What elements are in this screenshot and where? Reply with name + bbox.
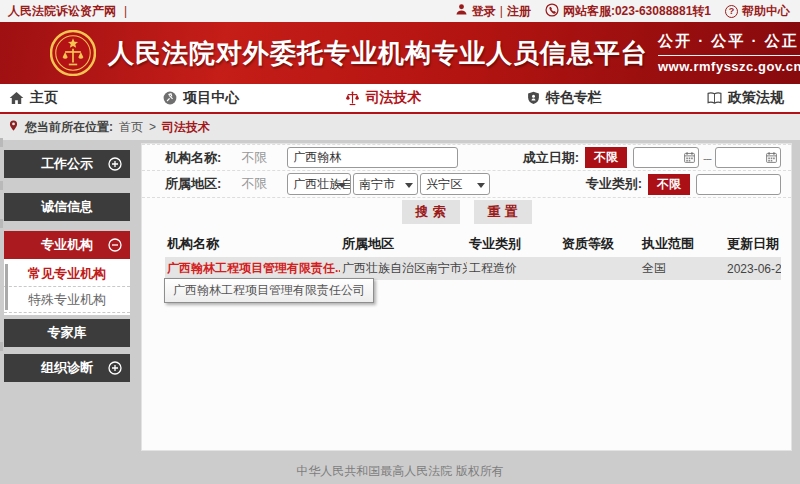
sidebar-tick [0,181,3,190]
top-utility-bar: 人民法院诉讼资产网 | 登录 | 注册 网站客服:023-63088881转1 … [0,0,800,22]
sidebar-tick [0,219,3,228]
form-actions: 搜索 重置 [142,198,791,225]
submenu-scrollbar[interactable] [5,264,8,310]
category-input[interactable] [696,174,781,195]
book-icon [706,90,723,106]
nav-item-judicial-tech[interactable]: 司法技术 [344,89,422,107]
founded-start-date-input[interactable] [633,147,699,168]
search-button[interactable]: 搜索 [402,200,460,224]
hotline-text: 网站客服:023-63088881转1 [563,3,711,20]
main-content: 工作公示 诚信信息 专业机构 常见专业机构 特殊专业机构 专家 [0,140,800,456]
sidebar: 工作公示 诚信信息 专业机构 常见专业机构 特殊专业机构 专家 [0,150,130,382]
asset-site-link[interactable]: 人民法院诉讼资产网 [8,3,116,20]
cell-category: 工程造价 [467,260,560,277]
org-name-tooltip: 广西翰林工程项目管理有限责任公司 [164,278,374,303]
table-header-row: 机构名称 所属地区 专业类别 资质等级 执业范围 更新日期 [165,231,781,257]
footer: 中华人民共和国最高人民法院 版权所有 [0,456,800,484]
shield-icon [526,90,541,106]
login-link[interactable]: 登录 [472,3,496,20]
org-name-label: 机构名称: [165,149,221,167]
cell-region: 广西壮族自治区南宁市兴宁区 [340,260,467,277]
sidebar-item-professional-institutions[interactable]: 专业机构 [4,231,130,259]
founded-date-label: 成立日期: [523,149,579,167]
col-header-region: 所属地区 [340,235,467,253]
date-range-separator: --- [703,152,711,164]
col-header-org-name: 机构名称 [165,235,340,253]
col-header-updated: 更新日期 [725,235,781,253]
founded-unlimited-button[interactable]: 不限 [585,147,627,168]
nav-item-project-center[interactable]: 项目中心 [162,89,239,107]
site-banner: 人民法院对外委托专业机构专业人员信息平台 公开 · 公平 · 公正 www.rm… [0,22,800,84]
home-icon [8,90,25,106]
sidebar-item-integrity-info[interactable]: 诚信信息 [4,193,130,221]
project-center-icon [162,90,178,106]
chevron-down-icon [477,183,485,188]
table-row: 广西翰林工程项目管理有限责任... 广西壮族自治区南宁市兴宁区 工程造价 全国 … [165,257,781,280]
court-emblem-icon [50,30,96,76]
register-link[interactable]: 注册 [507,3,531,20]
chevron-down-icon [338,183,346,188]
sidebar-tick [0,138,3,147]
breadcrumb: 您当前所在位置: 首页 > 司法技术 [0,114,800,140]
founded-end-date-input[interactable] [715,147,781,168]
main-nav: 主页 项目中心 司法技术 特色专栏 政策法规 [0,84,800,114]
sidebar-tick [0,342,3,351]
province-select[interactable]: 广西壮族自治 [287,173,351,195]
category-unlimited-button[interactable]: 不限 [648,174,690,195]
region-unlimited: 不限 [241,175,287,193]
breadcrumb-home-link[interactable]: 首页 [119,119,143,136]
cell-scope: 全国 [640,260,725,277]
category-label: 专业类别: [586,175,642,193]
nav-item-home[interactable]: 主页 [8,89,58,107]
col-header-category: 专业类别 [467,235,560,253]
expand-plus-icon [108,361,122,378]
breadcrumb-separator: > [149,120,156,134]
sidebar-subitem-special-institutions[interactable]: 特殊专业机构 [4,287,130,313]
chevron-down-icon [405,183,413,188]
district-select[interactable]: 兴宁区 [420,173,490,195]
collapse-minus-icon [108,238,122,255]
results-table: 机构名称 所属地区 专业类别 资质等级 执业范围 更新日期 广西翰林工程项目管理… [142,225,791,280]
login-register-separator: | [500,4,503,18]
help-icon: ? [725,5,738,18]
region-label: 所属地区: [165,175,221,193]
sidebar-subitem-common-institutions[interactable]: 常见专业机构 [4,261,130,287]
calendar-icon [765,151,778,164]
site-slogan: 公开 · 公平 · 公正 [658,32,800,56]
org-name-link[interactable]: 广西翰林工程项目管理有限责任... [165,260,340,277]
sidebar-item-work-publicity[interactable]: 工作公示 [4,150,130,178]
breadcrumb-current: 司法技术 [162,119,210,136]
sidebar-item-expert-library[interactable]: 专家库 [4,319,130,347]
help-center-link[interactable]: 帮助中心 [742,3,790,20]
site-title: 人民法院对外委托专业机构专业人员信息平台 [108,36,648,71]
city-select[interactable]: 南宁市 [353,173,418,195]
org-name-unlimited: 不限 [241,149,287,167]
phone-icon [545,3,559,20]
nav-item-policies[interactable]: 政策法规 [706,89,784,107]
calendar-icon [683,151,696,164]
org-name-input[interactable] [287,147,458,168]
cell-updated: 2023-06-21 [725,262,781,276]
sidebar-submenu: 常见专业机构 特殊专业机构 [4,259,130,315]
scales-icon [344,90,361,107]
form-row-name-date: 机构名称: 不限 成立日期: 不限 --- [142,144,791,171]
form-row-region-category: 所属地区: 不限 广西壮族自治 南宁市 兴宁区 专业类别: 不限 [142,171,791,198]
user-icon [455,3,468,19]
nav-item-featured-column[interactable]: 特色专栏 [526,89,602,107]
copyright-text: 中华人民共和国最高人民法院 版权所有 [296,463,503,480]
expand-plus-icon [108,157,122,174]
sidebar-item-org-diagnosis[interactable]: 组织诊断 [4,354,130,382]
breadcrumb-prefix: 您当前所在位置: [25,119,113,136]
col-header-grade: 资质等级 [560,235,640,253]
location-pin-icon [8,119,19,135]
col-header-scope: 执业范围 [640,235,725,253]
search-panel: 机构名称: 不限 成立日期: 不限 --- 所属地区: 不限 广西壮族自治 [141,143,792,451]
topbar-divider: | [124,4,127,18]
reset-button[interactable]: 重置 [474,200,532,224]
site-url: www.rmfysszc.gov.cn [658,59,800,74]
